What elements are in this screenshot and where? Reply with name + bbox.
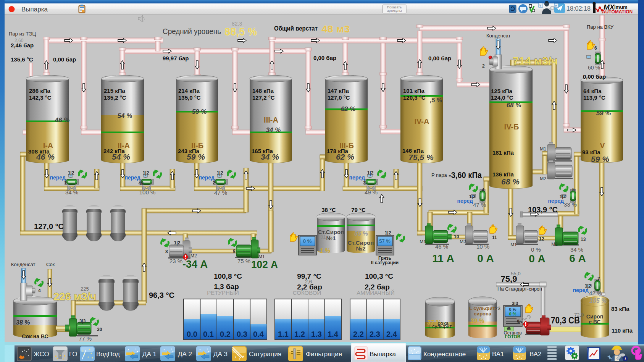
- svg-text:147 кПа: 147 кПа: [328, 87, 349, 94]
- svg-text:ДА 1: ДА 1: [142, 351, 157, 358]
- svg-text:1|2: 1|2: [367, 170, 374, 176]
- svg-text:I-А: I-А: [43, 141, 53, 150]
- svg-text:0,00 бар: 0,00 бар: [53, 56, 76, 63]
- svg-text:1|2: 1|2: [385, 230, 391, 236]
- svg-text:V: V: [600, 141, 605, 150]
- svg-text:46 %: 46 %: [435, 243, 448, 250]
- svg-text:0.2: 0.2: [220, 330, 231, 338]
- svg-text:82,3: 82,3: [232, 21, 242, 27]
- svg-text:4: 4: [38, 288, 41, 293]
- svg-text:IV-А: IV-А: [415, 117, 429, 126]
- svg-text:СОКОВОЙ: СОКОВОЙ: [293, 289, 321, 296]
- svg-text:Выпарка: Выпарка: [370, 351, 396, 358]
- svg-text:1: 1: [64, 180, 67, 186]
- svg-text:M1: M1: [540, 146, 546, 152]
- svg-text:3: 3: [363, 180, 366, 186]
- svg-text:38 °C: 38 °C: [321, 207, 336, 213]
- svg-text:75 %: 75 %: [237, 258, 250, 264]
- svg-text:L сульфит.: L сульфит.: [469, 305, 496, 311]
- svg-text:23 %: 23 %: [169, 258, 182, 264]
- svg-text:10: 10: [454, 234, 459, 239]
- svg-text:59 %: 59 %: [591, 155, 609, 163]
- svg-text:1|2: 1|2: [560, 194, 566, 199]
- svg-text:M2: M2: [540, 176, 546, 181]
- svg-text:34 %: 34 %: [261, 152, 279, 161]
- svg-text:Сатурация: Сатурация: [249, 351, 281, 358]
- svg-text:83 кПа: 83 кПа: [611, 305, 629, 312]
- svg-text:68 %: 68 %: [507, 102, 521, 109]
- svg-text:79 °C: 79 °C: [351, 207, 366, 213]
- svg-text:Сок: Сок: [46, 262, 55, 267]
- svg-text:На Стандарт-сироп: На Стандарт-сироп: [497, 286, 542, 292]
- svg-text:120,3 °C: 120,3 °C: [403, 94, 426, 101]
- svg-text:2.4: 2.4: [386, 330, 397, 338]
- svg-text:59 %: 59 %: [192, 108, 207, 115]
- svg-text:49: 49: [139, 181, 144, 186]
- svg-text:18:02:18: 18:02:18: [567, 5, 591, 12]
- svg-text:Показать: Показать: [387, 5, 402, 9]
- svg-text:6 А: 6 А: [569, 252, 586, 264]
- svg-text:105 %: 105 %: [589, 297, 607, 304]
- svg-text:60 %: 60 %: [588, 65, 600, 71]
- svg-text:714 м3/ч: 714 м3/ч: [513, 55, 558, 67]
- svg-text:8: 8: [165, 249, 168, 254]
- svg-text:1.1: 1.1: [278, 330, 289, 338]
- svg-text:Средний уровень: Средний уровень: [163, 27, 221, 36]
- svg-text:10 %: 10 %: [476, 243, 489, 250]
- svg-text:M2: M2: [460, 239, 466, 244]
- svg-text:артикулы: артикулы: [387, 9, 402, 13]
- svg-text:135,0 °C: 135,0 °C: [178, 94, 201, 101]
- svg-text:47 %: 47 %: [214, 189, 227, 196]
- svg-text:Выпарка: Выпарка: [21, 6, 48, 13]
- svg-text:34 %: 34 %: [65, 189, 78, 196]
- svg-text:Конденсат: Конденсат: [486, 33, 510, 39]
- svg-text:102 А: 102 А: [251, 259, 278, 270]
- svg-text:135,6 °C: 135,6 °C: [11, 56, 33, 63]
- svg-text:1.2: 1.2: [294, 330, 305, 338]
- svg-text:39 %: 39 %: [470, 318, 484, 324]
- svg-text:ГОТОВ: ГОТОВ: [505, 334, 520, 339]
- svg-text:перед: перед: [199, 175, 215, 181]
- svg-text:ЖСО: ЖСО: [34, 351, 49, 358]
- svg-text:№1: №1: [326, 235, 336, 241]
- svg-text:127,2 °C: 127,2 °C: [252, 94, 275, 101]
- svg-text:38 %: 38 %: [16, 319, 30, 326]
- svg-text:101 кПа: 101 кПа: [403, 87, 424, 94]
- svg-text:ДА 3: ДА 3: [213, 351, 228, 358]
- svg-text:Сок на ВС: Сок на ВС: [22, 333, 48, 339]
- svg-text:6: 6: [594, 45, 597, 51]
- svg-text:Конденсатное: Конденсатное: [423, 351, 466, 358]
- svg-text:11: 11: [492, 235, 497, 240]
- svg-text:62 %: 62 %: [336, 152, 354, 161]
- svg-text:181 кПа: 181 кПа: [492, 149, 514, 156]
- svg-text:49 %: 49 %: [365, 189, 378, 196]
- svg-text:AUTOMATION: AUTOMATION: [602, 9, 633, 15]
- svg-text:II-Б: II-Б: [191, 141, 203, 150]
- svg-text:72,0: 72,0: [574, 312, 584, 318]
- svg-text:M1: M1: [420, 239, 426, 244]
- svg-text:135,2 °C: 135,2 °C: [104, 94, 126, 101]
- svg-text:№2: №2: [356, 245, 365, 252]
- svg-text:0 %: 0 %: [531, 246, 541, 253]
- svg-text:0 А: 0 А: [529, 253, 546, 265]
- svg-text:i: i: [625, 357, 626, 361]
- svg-text:68 %: 68 %: [501, 177, 520, 186]
- svg-text:100,8 °C: 100,8 °C: [214, 272, 242, 280]
- svg-text:Пар из ТЭЦ: Пар из ТЭЦ: [9, 31, 36, 37]
- svg-text:0.1: 0.1: [203, 330, 214, 338]
- svg-text:148 кПа: 148 кПа: [252, 87, 274, 94]
- svg-text:1.4: 1.4: [328, 330, 339, 338]
- svg-text:1|2: 1|2: [469, 194, 476, 199]
- svg-text:0 %: 0 %: [509, 307, 516, 312]
- svg-text:L сульфит.: L сульфит.: [428, 323, 453, 329]
- svg-text:96,3 °C: 96,3 °C: [149, 291, 174, 299]
- svg-text:ГО: ГО: [69, 351, 77, 358]
- svg-text:214 кПа: 214 кПа: [178, 87, 200, 94]
- svg-text:54 %: 54 %: [112, 152, 130, 161]
- svg-text:45: 45: [589, 84, 594, 90]
- svg-text:5: 5: [572, 187, 575, 192]
- svg-text:54 %: 54 %: [118, 112, 132, 120]
- svg-text:1|2: 1|2: [174, 240, 181, 246]
- svg-text:0,00 бар: 0,00 бар: [313, 55, 336, 61]
- svg-text:286 кПа: 286 кПа: [29, 87, 50, 94]
